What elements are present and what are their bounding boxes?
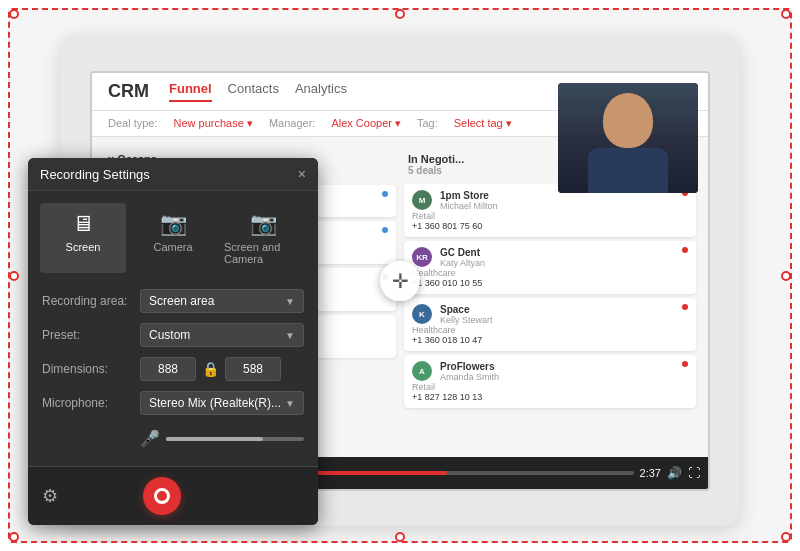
microphone-dropdown[interactable]: Stereo Mix (Realtek(R)... ▼	[140, 391, 304, 415]
recording-area-value: Screen area	[149, 294, 214, 308]
deal-type-value[interactable]: New purchase ▾	[174, 117, 253, 130]
volume-fill	[166, 437, 263, 441]
card-dot	[682, 247, 688, 253]
preset-value: Custom	[149, 328, 190, 342]
volume-slider[interactable]	[166, 437, 304, 441]
camera-icon: 📷	[160, 211, 187, 237]
dimensions-row: Dimensions: 🔒	[42, 357, 304, 381]
avatar: KR	[412, 247, 432, 267]
avatar: A	[412, 361, 432, 381]
avatar: M	[412, 190, 432, 210]
recording-area-row: Recording area: Screen area ▼	[42, 289, 304, 313]
card-dot	[682, 304, 688, 310]
screen-camera-icon: 📷	[250, 211, 277, 237]
width-input[interactable]	[140, 357, 196, 381]
crm-logo: CRM	[108, 81, 149, 102]
microphone-value: Stereo Mix (Realtek(R)...	[149, 396, 281, 410]
mic-icon[interactable]: 🎤	[140, 429, 160, 448]
tab-screen-camera-label: Screen and Camera	[224, 241, 302, 265]
panel-footer: ⚙	[28, 466, 318, 525]
lock-icon: 🔒	[202, 361, 219, 377]
fullscreen-icon[interactable]: ⛶	[688, 466, 700, 480]
card-dot	[382, 227, 388, 233]
height-input[interactable]	[225, 357, 281, 381]
crm-nav: Funnel Contacts Analytics	[169, 81, 347, 102]
manager-label: Manager:	[269, 117, 315, 129]
avatar: K	[412, 304, 432, 324]
preset-dropdown[interactable]: Custom ▼	[140, 323, 304, 347]
tag-value[interactable]: Select tag ▾	[454, 117, 512, 130]
panel-body: Recording area: Screen area ▼ Preset: Cu…	[28, 279, 318, 466]
recording-area-label: Recording area:	[42, 294, 132, 308]
card-dot	[382, 191, 388, 197]
preset-row: Preset: Custom ▼	[42, 323, 304, 347]
nav-analytics[interactable]: Analytics	[295, 81, 347, 102]
card-dot	[682, 361, 688, 367]
preset-label: Preset:	[42, 328, 132, 342]
person-body	[588, 148, 668, 193]
record-button[interactable]	[143, 477, 181, 515]
time-display: 2:37	[640, 467, 661, 479]
dropdown-arrow: ▼	[285, 296, 295, 307]
microphone-row: Microphone: Stereo Mix (Realtek(R)... ▼	[42, 391, 304, 415]
record-button-inner	[154, 488, 170, 504]
volume-slider-row: 🎤	[140, 425, 304, 452]
panel-header: Recording Settings ×	[28, 158, 318, 191]
kanban-card-proflowers[interactable]: A ProFlowers Amanda Smith Retail +1 827 …	[404, 355, 696, 408]
dimensions-inputs: 🔒	[140, 357, 304, 381]
manager-value[interactable]: Alex Cooper ▾	[331, 117, 401, 130]
main-content: CRM Funnel Contacts Analytics Deal type:…	[8, 8, 792, 543]
tab-screen[interactable]: 🖥 Screen	[40, 203, 126, 273]
dimensions-label: Dimensions:	[42, 362, 132, 376]
kanban-card-space[interactable]: K Space Kelly Stewart Healthcare +1 360 …	[404, 298, 696, 351]
panel-title: Recording Settings	[40, 167, 150, 182]
webcam-person-display	[558, 83, 698, 193]
nav-contacts[interactable]: Contacts	[228, 81, 279, 102]
screen-icon: 🖥	[72, 211, 94, 237]
webcam-preview	[558, 83, 698, 193]
tab-screen-and-camera[interactable]: 📷 Screen and Camera	[220, 203, 306, 273]
move-cursor-icon[interactable]: ✛	[380, 261, 420, 301]
microphone-label: Microphone:	[42, 396, 132, 410]
tab-camera-label: Camera	[153, 241, 192, 253]
recording-area-dropdown[interactable]: Screen area ▼	[140, 289, 304, 313]
nav-funnel[interactable]: Funnel	[169, 81, 212, 102]
settings-icon[interactable]: ⚙	[42, 485, 58, 507]
person-head	[603, 93, 653, 148]
tag-label: Tag:	[417, 117, 438, 129]
recording-settings-panel: Recording Settings × 🖥 Screen 📷 Camera 📷…	[28, 158, 318, 525]
tab-camera[interactable]: 📷 Camera	[130, 203, 216, 273]
volume-icon[interactable]: 🔊	[667, 466, 682, 480]
deal-type-label: Deal type:	[108, 117, 158, 129]
dropdown-arrow: ▼	[285, 398, 295, 409]
kanban-card-gcdent[interactable]: KR GC Dent Katy Altyan Healthcare +1 360…	[404, 241, 696, 294]
recording-type-tabs: 🖥 Screen 📷 Camera 📷 Screen and Camera	[28, 191, 318, 279]
dropdown-arrow: ▼	[285, 330, 295, 341]
kanban-col-negotiation: In Negoti... 5 deals M 1pm Store Michael…	[400, 145, 700, 465]
tab-screen-label: Screen	[66, 241, 101, 253]
panel-close-button[interactable]: ×	[298, 166, 306, 182]
